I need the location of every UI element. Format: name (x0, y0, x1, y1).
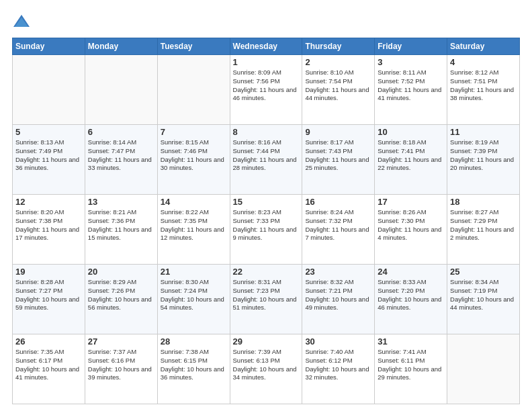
day-number: 11 (450, 127, 517, 137)
day-cell-26: 26Sunrise: 7:35 AMSunset: 6:17 PMDayligh… (13, 334, 85, 404)
day-info: Sunrise: 8:14 AMSunset: 7:47 PMDaylight:… (88, 138, 154, 173)
week-row-2: 12Sunrise: 8:20 AMSunset: 7:38 PMDayligh… (13, 195, 520, 265)
header (12, 12, 520, 31)
week-row-1: 5Sunrise: 8:13 AMSunset: 7:49 PMDaylight… (13, 125, 520, 195)
day-number: 29 (233, 336, 300, 347)
day-number: 21 (161, 267, 227, 277)
weekday-header-monday: Monday (85, 38, 157, 55)
day-cell-20: 20Sunrise: 8:29 AMSunset: 7:26 PMDayligh… (85, 265, 157, 334)
day-info: Sunrise: 8:18 AMSunset: 7:41 PMDaylight:… (378, 138, 444, 173)
weekday-header-sunday: Sunday (13, 38, 85, 55)
day-number: 22 (233, 267, 300, 277)
empty-cell (13, 55, 85, 125)
day-info: Sunrise: 8:21 AMSunset: 7:36 PMDaylight:… (88, 208, 154, 242)
day-number: 16 (305, 197, 371, 207)
page: SundayMondayTuesdayWednesdayThursdayFrid… (0, 0, 532, 411)
day-number: 7 (161, 127, 227, 137)
day-cell-12: 12Sunrise: 8:20 AMSunset: 7:38 PMDayligh… (13, 195, 85, 265)
day-info: Sunrise: 8:28 AMSunset: 7:27 PMDaylight:… (15, 278, 82, 312)
weekday-header-tuesday: Tuesday (157, 38, 230, 55)
day-number: 6 (88, 127, 154, 137)
empty-cell (157, 55, 230, 125)
day-cell-4: 4Sunrise: 8:12 AMSunset: 7:51 PMDaylight… (447, 55, 520, 125)
day-info: Sunrise: 7:40 AMSunset: 6:12 PMDaylight:… (305, 348, 371, 382)
day-info: Sunrise: 8:29 AMSunset: 7:26 PMDaylight:… (88, 278, 154, 312)
weekday-header-thursday: Thursday (302, 38, 375, 55)
day-number: 31 (378, 336, 444, 347)
day-cell-11: 11Sunrise: 8:19 AMSunset: 7:39 PMDayligh… (447, 125, 520, 195)
day-cell-6: 6Sunrise: 8:14 AMSunset: 7:47 PMDaylight… (85, 125, 157, 195)
day-number: 20 (88, 267, 154, 277)
day-info: Sunrise: 7:41 AMSunset: 6:11 PMDaylight:… (378, 348, 444, 382)
day-cell-3: 3Sunrise: 8:11 AMSunset: 7:52 PMDaylight… (375, 55, 447, 125)
day-cell-18: 18Sunrise: 8:27 AMSunset: 7:29 PMDayligh… (447, 195, 520, 265)
day-info: Sunrise: 8:23 AMSunset: 7:33 PMDaylight:… (233, 208, 300, 242)
empty-cell (85, 55, 157, 125)
day-info: Sunrise: 8:11 AMSunset: 7:52 PMDaylight:… (378, 68, 444, 103)
weekday-header-row: SundayMondayTuesdayWednesdayThursdayFrid… (13, 38, 520, 55)
day-number: 4 (450, 57, 517, 67)
week-row-0: 1Sunrise: 8:09 AMSunset: 7:56 PMDaylight… (13, 55, 520, 125)
day-info: Sunrise: 8:09 AMSunset: 7:56 PMDaylight:… (233, 68, 300, 103)
day-info: Sunrise: 8:17 AMSunset: 7:43 PMDaylight:… (305, 138, 371, 173)
day-info: Sunrise: 8:32 AMSunset: 7:21 PMDaylight:… (305, 278, 371, 312)
day-cell-9: 9Sunrise: 8:17 AMSunset: 7:43 PMDaylight… (302, 125, 375, 195)
day-info: Sunrise: 8:10 AMSunset: 7:54 PMDaylight:… (305, 68, 371, 103)
day-number: 10 (378, 127, 444, 137)
day-cell-13: 13Sunrise: 8:21 AMSunset: 7:36 PMDayligh… (85, 195, 157, 265)
day-number: 26 (15, 336, 82, 347)
day-number: 8 (233, 127, 300, 137)
day-info: Sunrise: 8:20 AMSunset: 7:38 PMDaylight:… (15, 208, 82, 242)
logo (12, 12, 34, 31)
weekday-header-wednesday: Wednesday (230, 38, 302, 55)
day-cell-15: 15Sunrise: 8:23 AMSunset: 7:33 PMDayligh… (230, 195, 302, 265)
day-number: 24 (378, 267, 444, 277)
day-cell-2: 2Sunrise: 8:10 AMSunset: 7:54 PMDaylight… (302, 55, 375, 125)
day-info: Sunrise: 8:12 AMSunset: 7:51 PMDaylight:… (450, 68, 517, 103)
day-cell-7: 7Sunrise: 8:15 AMSunset: 7:46 PMDaylight… (157, 125, 230, 195)
day-info: Sunrise: 7:35 AMSunset: 6:17 PMDaylight:… (15, 348, 82, 382)
day-cell-17: 17Sunrise: 8:26 AMSunset: 7:30 PMDayligh… (375, 195, 447, 265)
day-number: 25 (450, 267, 517, 277)
day-cell-25: 25Sunrise: 8:34 AMSunset: 7:19 PMDayligh… (447, 265, 520, 334)
week-row-4: 26Sunrise: 7:35 AMSunset: 6:17 PMDayligh… (13, 334, 520, 404)
day-number: 19 (15, 267, 82, 277)
day-cell-16: 16Sunrise: 8:24 AMSunset: 7:32 PMDayligh… (302, 195, 375, 265)
day-number: 28 (161, 336, 227, 347)
day-info: Sunrise: 8:27 AMSunset: 7:29 PMDaylight:… (450, 208, 517, 242)
day-info: Sunrise: 8:34 AMSunset: 7:19 PMDaylight:… (450, 278, 517, 312)
day-number: 13 (88, 197, 154, 207)
day-number: 2 (305, 57, 371, 67)
day-number: 1 (233, 57, 300, 67)
day-number: 30 (305, 336, 371, 347)
logo-icon (12, 12, 31, 31)
day-cell-14: 14Sunrise: 8:22 AMSunset: 7:35 PMDayligh… (157, 195, 230, 265)
day-number: 23 (305, 267, 371, 277)
day-info: Sunrise: 8:15 AMSunset: 7:46 PMDaylight:… (161, 138, 227, 173)
day-number: 17 (378, 197, 444, 207)
day-info: Sunrise: 8:26 AMSunset: 7:30 PMDaylight:… (378, 208, 444, 242)
day-info: Sunrise: 8:13 AMSunset: 7:49 PMDaylight:… (15, 138, 82, 173)
calendar: SundayMondayTuesdayWednesdayThursdayFrid… (12, 38, 520, 404)
weekday-header-friday: Friday (375, 38, 447, 55)
weekday-header-saturday: Saturday (447, 38, 520, 55)
day-info: Sunrise: 7:39 AMSunset: 6:13 PMDaylight:… (233, 348, 300, 382)
day-number: 9 (305, 127, 371, 137)
day-info: Sunrise: 8:30 AMSunset: 7:24 PMDaylight:… (161, 278, 227, 312)
day-cell-1: 1Sunrise: 8:09 AMSunset: 7:56 PMDaylight… (230, 55, 302, 125)
day-number: 15 (233, 197, 300, 207)
day-cell-8: 8Sunrise: 8:16 AMSunset: 7:44 PMDaylight… (230, 125, 302, 195)
day-number: 14 (161, 197, 227, 207)
day-number: 5 (15, 127, 82, 137)
day-cell-28: 28Sunrise: 7:38 AMSunset: 6:15 PMDayligh… (157, 334, 230, 404)
day-cell-22: 22Sunrise: 8:31 AMSunset: 7:23 PMDayligh… (230, 265, 302, 334)
day-cell-30: 30Sunrise: 7:40 AMSunset: 6:12 PMDayligh… (302, 334, 375, 404)
day-cell-19: 19Sunrise: 8:28 AMSunset: 7:27 PMDayligh… (13, 265, 85, 334)
day-cell-5: 5Sunrise: 8:13 AMSunset: 7:49 PMDaylight… (13, 125, 85, 195)
day-number: 18 (450, 197, 517, 207)
day-number: 27 (88, 336, 154, 347)
day-info: Sunrise: 8:33 AMSunset: 7:20 PMDaylight:… (378, 278, 444, 312)
day-cell-31: 31Sunrise: 7:41 AMSunset: 6:11 PMDayligh… (375, 334, 447, 404)
empty-cell (447, 334, 520, 404)
day-number: 12 (15, 197, 82, 207)
